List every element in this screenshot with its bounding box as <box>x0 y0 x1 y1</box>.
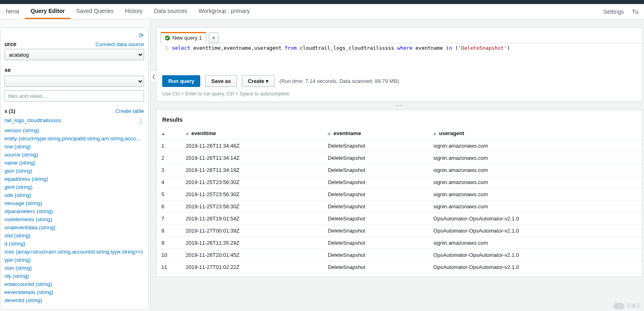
paren-close: ) <box>507 45 510 51</box>
topbar-dark <box>0 0 644 4</box>
query-tab-1[interactable]: New query 1 <box>161 32 206 43</box>
cell-eventtime: 2019-11-27T00:01:39Z <box>181 225 323 237</box>
column-item[interactable]: nseelements (string) <box>4 216 144 224</box>
drag-handle[interactable]: ••• <box>156 104 642 108</box>
cell-eventtime: 2019-11-25T23:56:30Z <box>181 201 323 213</box>
column-item[interactable]: gion (string) <box>4 167 144 175</box>
column-item[interactable]: name (string) <box>4 159 144 167</box>
column-item[interactable]: version (string) <box>4 127 144 135</box>
cell-eventtime: 2019-11-25T23:56:30Z <box>181 188 323 201</box>
cell-useragent: signin.amazonaws.com <box>428 201 642 213</box>
column-item[interactable]: ime (string) <box>4 143 144 151</box>
column-item[interactable]: stparameters (string) <box>4 207 144 216</box>
cell-useragent: signin.amazonaws.com <box>428 152 642 164</box>
save-as-button[interactable]: Save as <box>205 75 237 87</box>
results-card: Results ▲ ◆eventtime ◆eventname ◆userage… <box>156 110 642 277</box>
cell-useragent: signin.amazonaws.com <box>428 188 642 201</box>
column-item[interactable]: ode (string) <box>4 191 144 199</box>
editor-card: New query 1 + 1 select eventtime,eventna… <box>156 28 642 102</box>
sql-editor[interactable]: 1 select eventtime,eventname,useragent f… <box>157 43 642 71</box>
column-item[interactable]: eipaddress (string) <box>4 175 144 183</box>
sort-icon: ◆ <box>433 131 436 136</box>
tab-workgroup[interactable]: Workgroup : primary <box>193 4 256 19</box>
cell-eventtime: 2019-11-26T11:34:14Z <box>181 152 323 164</box>
cell-eventname: DeleteSnapshot <box>323 176 428 188</box>
cell-rownum: 3 <box>157 164 181 176</box>
cell-eventname: DeleteSnapshot <box>323 152 428 164</box>
cell-rownum: 9 <box>157 237 181 249</box>
str-literal: 'DeleteSnapshot' <box>458 45 506 51</box>
refresh-icon[interactable]: ⟳ <box>139 32 144 39</box>
cell-rownum: 10 <box>157 249 181 261</box>
cell-eventtime: 2019-11-27T01:02:22Z <box>181 261 323 273</box>
col-eventtime[interactable]: ◆eventtime <box>181 127 323 140</box>
filter-tables-input[interactable] <box>4 90 144 102</box>
column-item[interactable]: nessage (string) <box>4 199 144 207</box>
col-useragent[interactable]: ◆useragent <box>428 127 642 140</box>
cell-eventtime: 2019-11-26T20:01:45Z <box>181 249 323 261</box>
column-item[interactable]: rces (array<struct<arn:string,accountId:… <box>4 248 144 256</box>
tbl: cloudtrail_logs_cloudtrailsssss <box>297 45 397 51</box>
table-row: 32019-11-26T11:34:19ZDeleteSnapshotsigni… <box>157 164 642 176</box>
column-list: version (string)entity (struct<type:stri… <box>4 127 144 305</box>
column-item[interactable]: onaleventdata (string) <box>4 224 144 232</box>
add-tab-button[interactable]: + <box>209 32 218 43</box>
create-table-link[interactable]: Create table <box>115 108 144 114</box>
cell-eventname: DeleteSnapshot <box>323 140 428 152</box>
cell-rownum: 5 <box>157 188 181 201</box>
col-eventname[interactable]: ◆eventname <box>323 127 428 140</box>
cell-rownum: 6 <box>157 201 181 213</box>
tab-history[interactable]: History <box>119 4 148 19</box>
kebab-icon[interactable]: ⋮ <box>138 117 144 125</box>
table-row: 72019-11-26T19:01:54ZDeleteSnapshotOpsAu… <box>157 213 642 225</box>
cell-eventname: DeleteSnapshot <box>323 249 428 261</box>
data-source-select[interactable]: acatalog <box>4 49 144 60</box>
cell-useragent: OpsAutomator-OpsAutomator-v2.1.0 <box>428 213 642 225</box>
table-item-label: rail_logs_cloudtrailsssss <box>4 117 61 125</box>
link-tutorial[interactable]: Tu <box>632 8 638 15</box>
cell-rownum: 7 <box>157 213 181 225</box>
cell-rownum: 4 <box>157 176 181 188</box>
column-item[interactable]: gent (string) <box>4 183 144 191</box>
column-item[interactable]: sion (string) <box>4 264 144 272</box>
cell-eventtime: 2019-11-25T23:56:30Z <box>181 176 323 188</box>
kw-where: where <box>397 45 413 51</box>
column-item[interactable]: entaccountid (string) <box>4 280 144 288</box>
col-rownum[interactable]: ▲ <box>157 127 181 140</box>
cell-eventname: DeleteSnapshot <box>323 213 428 225</box>
cell-eventname: DeleteSnapshot <box>323 164 428 176</box>
column-item[interactable]: deventid (string) <box>4 296 144 305</box>
column-item[interactable]: stid (string) <box>4 232 144 240</box>
cell-eventname: DeleteSnapshot <box>323 261 428 273</box>
cell-rownum: 1 <box>157 140 181 152</box>
cell-eventname: DeleteSnapshot <box>323 188 428 201</box>
run-query-button[interactable]: Run query <box>162 75 200 87</box>
cell-eventname: DeleteSnapshot <box>323 237 428 249</box>
connect-data-source-link[interactable]: Connect data source <box>95 41 144 47</box>
tab-data-sources[interactable]: Data sources <box>148 4 193 19</box>
table-row: 52019-11-25T23:56:30ZDeleteSnapshotsigni… <box>157 188 642 201</box>
cell-eventname: DeleteSnapshot <box>323 225 428 237</box>
cell-useragent: OpsAutomator-OpsAutomator-v2.1.0 <box>428 225 642 237</box>
table-row: 22019-11-26T11:34:14ZDeleteSnapshotsigni… <box>157 152 642 164</box>
collapse-sidebar-toggle[interactable]: ❮ <box>150 70 157 83</box>
tab-query-editor[interactable]: Query Editor <box>25 4 70 19</box>
tables-count: s (1) <box>4 108 15 114</box>
kw-in: in <box>446 45 452 51</box>
column-item[interactable]: ype (string) <box>4 256 144 264</box>
column-item[interactable]: entity (struct<type:string,principalid:s… <box>4 135 144 143</box>
database-select[interactable] <box>4 76 144 87</box>
table-item[interactable]: rail_logs_cloudtrailsssss ⋮ <box>4 116 144 127</box>
table-row: 92019-11-26T11:35:29ZDeleteSnapshotsigni… <box>157 237 642 249</box>
column-item[interactable]: nly (string) <box>4 272 144 280</box>
query-tab-label: New query 1 <box>172 35 202 41</box>
column-item[interactable]: d (string) <box>4 240 144 248</box>
table-row: 102019-11-26T20:01:45ZDeleteSnapshotOpsA… <box>157 249 642 261</box>
column-item[interactable]: source (string) <box>4 151 144 159</box>
link-settings[interactable]: Settings <box>604 8 624 15</box>
create-button[interactable]: Create ▾ <box>242 75 275 87</box>
brand-text: hena <box>6 4 25 19</box>
column-item[interactable]: eeventdetails (string) <box>4 288 144 296</box>
tab-saved-queries[interactable]: Saved Queries <box>70 4 119 19</box>
line-gutter: 1 <box>157 45 172 51</box>
